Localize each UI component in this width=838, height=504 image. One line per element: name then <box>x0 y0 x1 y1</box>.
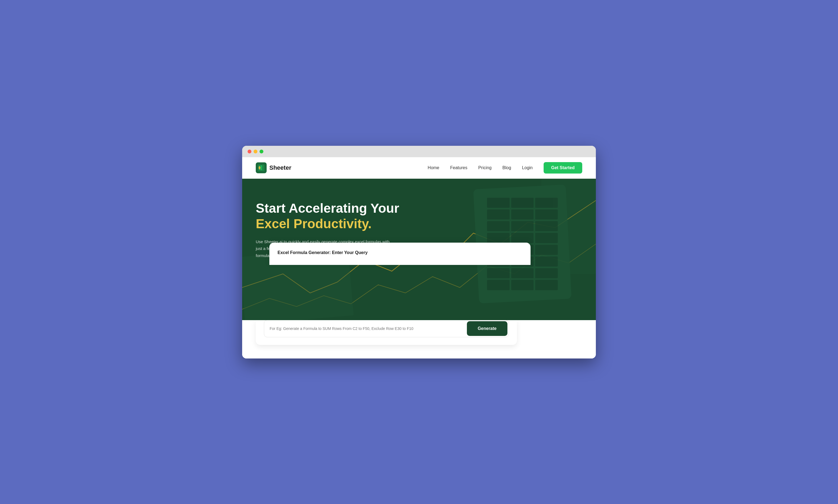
nav-home[interactable]: Home <box>428 165 440 170</box>
svg-rect-1 <box>262 165 265 171</box>
logo[interactable]: Sheeter <box>256 162 291 173</box>
grid-cell <box>511 198 534 208</box>
grid-cell <box>487 221 510 231</box>
traffic-light-green[interactable] <box>260 149 263 154</box>
hero-title-yellow: Excel Productivity. <box>256 216 419 232</box>
browser-window: Sheeter Home Features Pricing Blog Login… <box>242 146 596 359</box>
formula-input-container: Generate <box>256 320 517 345</box>
grid-cell <box>535 221 558 231</box>
navbar: Sheeter Home Features Pricing Blog Login… <box>242 157 596 179</box>
grid-cell <box>535 198 558 208</box>
logo-icon <box>256 162 267 173</box>
grid-cell <box>487 210 510 219</box>
browser-chrome <box>242 146 596 157</box>
formula-input-row: Generate <box>264 320 509 337</box>
grid-cell <box>535 233 558 243</box>
get-started-button[interactable]: Get Started <box>543 162 582 174</box>
nav-features[interactable]: Features <box>450 165 467 170</box>
grid-cell <box>487 233 510 243</box>
traffic-light-red[interactable] <box>248 149 251 154</box>
formula-card-title: Excel Formula Generator: Enter Your Quer… <box>278 250 522 255</box>
input-section: Generate <box>242 320 596 359</box>
grid-cell <box>487 268 510 278</box>
nav-blog[interactable]: Blog <box>502 165 511 170</box>
grid-cell <box>511 221 534 231</box>
logo-text: Sheeter <box>269 164 291 172</box>
grid-cell <box>535 210 558 219</box>
browser-content: Sheeter Home Features Pricing Blog Login… <box>242 157 596 359</box>
grid-cell <box>511 233 534 243</box>
hero-section: Start Accelerating Your Excel Productivi… <box>242 179 596 320</box>
navbar-links: Home Features Pricing Blog Login Get Sta… <box>428 162 582 174</box>
grid-cell <box>487 280 510 290</box>
nav-pricing[interactable]: Pricing <box>478 165 492 170</box>
grid-cell <box>511 280 534 290</box>
hero-title-white: Start Accelerating Your <box>256 200 419 216</box>
formula-card: Excel Formula Generator: Enter Your Quer… <box>269 242 531 265</box>
formula-card-wrapper: Excel Formula Generator: Enter Your Quer… <box>269 242 569 265</box>
grid-cell <box>511 268 534 278</box>
grid-cell <box>511 210 534 219</box>
traffic-light-yellow[interactable] <box>254 149 257 154</box>
nav-login[interactable]: Login <box>522 165 533 170</box>
grid-cell <box>487 198 510 208</box>
generate-button[interactable]: Generate <box>467 321 507 336</box>
grid-cell <box>535 268 558 278</box>
formula-input[interactable] <box>270 322 463 336</box>
grid-cell <box>535 280 558 290</box>
